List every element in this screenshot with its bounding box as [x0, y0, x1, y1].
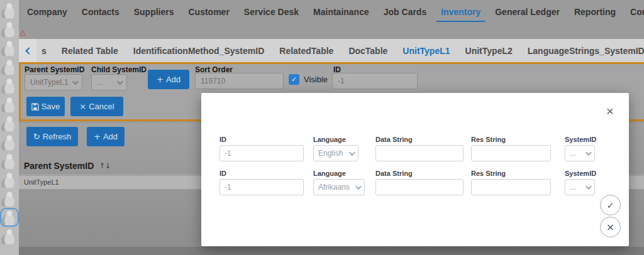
coins-icon[interactable]	[1, 115, 18, 131]
systemid-label: SystemID	[565, 170, 595, 177]
res-string-input-row1[interactable]	[471, 145, 551, 161]
app-screen: Company Contacts Suppliers Customer Serv…	[0, 0, 644, 255]
nav-item-communication[interactable]: Communication	[630, 7, 644, 17]
save-button[interactable]: Save	[26, 97, 65, 116]
language-label: Language	[313, 170, 365, 177]
related-tables-tabbar: s Related Table IdentificationMethod_Sys…	[19, 39, 644, 62]
child-systemid-value: ...	[97, 78, 103, 87]
systemid-value: ...	[570, 183, 576, 192]
x-icon: ×	[79, 102, 86, 111]
field-res-string-row2: Res String	[471, 170, 551, 195]
language-value: English	[318, 149, 343, 158]
module-sidebar	[0, 0, 19, 255]
tab-doctable[interactable]: DocTable	[348, 46, 387, 56]
field-data-string-row1: Data String	[375, 136, 464, 161]
nav-item-job-cards[interactable]: Job Cards	[384, 7, 426, 17]
parent-systemid-select[interactable]: UnitTypeL1	[25, 74, 82, 90]
nav-item-general-ledger[interactable]: General Ledger	[495, 7, 560, 17]
systemid-select-row2[interactable]: ...	[565, 179, 595, 195]
language-label: Language	[313, 136, 358, 143]
tab-unittypel1[interactable]: UnitTypeL1	[402, 46, 450, 56]
language-select-row1[interactable]: English	[313, 145, 358, 161]
nav-item-company[interactable]: Company	[27, 7, 67, 17]
tab-identificationmethod-systemid[interactable]: IdentificationMethod_SystemID	[133, 46, 264, 56]
nav-item-suppliers[interactable]: Suppliers	[134, 7, 174, 17]
field-id-row2: ID	[219, 170, 304, 195]
team-icon[interactable]	[1, 40, 18, 56]
tabs-scroll-left-button[interactable]	[19, 39, 36, 62]
column-header-label: Parent SystemID	[24, 161, 94, 171]
systemid-value: ...	[570, 149, 576, 158]
shopping-cart-icon[interactable]	[1, 2, 18, 18]
tab-languagestrings-systemid[interactable]: LanguageStrings_SystemID	[528, 46, 644, 56]
systemid-label: SystemID	[565, 136, 595, 143]
refresh-icon: ↻	[33, 133, 40, 141]
systemid-select-row1[interactable]: ...	[565, 145, 595, 161]
x-icon: ×	[606, 221, 614, 233]
data-string-input-row2[interactable]	[375, 179, 464, 195]
parent-systemid-label: Parent SystemID	[25, 65, 84, 74]
refresh-button[interactable]: ↻Refresh	[26, 127, 78, 146]
id-label: ID	[219, 170, 304, 177]
tab-relatedtable-1[interactable]: RelatedTable	[279, 46, 333, 56]
chevron-down-icon	[586, 149, 592, 156]
tab-related-table[interactable]: Related Table	[62, 46, 118, 56]
data-string-input-row1[interactable]	[375, 145, 464, 161]
dismiss-button[interactable]: ×	[600, 217, 621, 237]
add-relation-button[interactable]: +Add	[148, 70, 189, 89]
warning-triangle-icon: △	[20, 28, 25, 36]
id-input[interactable]	[332, 73, 418, 89]
nav-item-contacts[interactable]: Contacts	[82, 7, 119, 17]
job-letters-icon[interactable]	[1, 77, 18, 94]
sort-arrows-icon[interactable]: ↑↓	[99, 161, 110, 170]
inventory-module-icon[interactable]	[1, 209, 18, 225]
data-string-label: Data String	[375, 136, 464, 143]
field-data-string-row2: Data String	[375, 170, 464, 195]
nav-item-reporting[interactable]: Reporting	[574, 7, 616, 17]
chevron-down-icon	[355, 183, 362, 190]
language-strings-dialog: × ID Language English Data String Res St…	[201, 93, 629, 246]
nav-item-maintainance[interactable]: Maintainance	[313, 7, 369, 17]
language-value: Afrikaans	[318, 183, 350, 192]
language-select-row2[interactable]: Afrikaans	[313, 179, 365, 195]
nav-item-inventory[interactable]: Inventory	[441, 7, 480, 17]
top-navbar: Company Contacts Suppliers Customer Serv…	[19, 0, 644, 39]
field-systemid-row1: SystemID ...	[565, 136, 595, 161]
chevron-left-icon	[25, 47, 32, 54]
child-systemid-select[interactable]: ...	[91, 74, 127, 90]
data-string-label: Data String	[375, 170, 464, 177]
plus-icon: +	[94, 133, 101, 141]
id-input-row2[interactable]	[219, 179, 304, 195]
field-id-row1: ID	[219, 136, 304, 161]
res-string-label: Res String	[471, 136, 551, 143]
tab-unittypel2[interactable]: UnitTypeL2	[465, 46, 513, 56]
email-at-icon[interactable]	[1, 190, 18, 207]
visible-checkbox[interactable]: ✓	[289, 74, 299, 85]
close-icon[interactable]: ×	[606, 104, 614, 117]
sort-order-input[interactable]	[195, 73, 284, 89]
nav-item-service-desk[interactable]: Service Desk	[244, 7, 299, 17]
tailor-icon[interactable]	[1, 171, 18, 188]
field-language-row2: Language Afrikaans	[313, 170, 365, 195]
save-icon	[31, 103, 39, 111]
animal-cart-icon[interactable]	[1, 21, 18, 37]
workstation-icon[interactable]	[1, 58, 18, 75]
tab-clipped[interactable]: s	[42, 46, 47, 56]
add-row-button[interactable]: +Add	[87, 127, 125, 146]
timer-icon[interactable]	[1, 228, 18, 244]
gauge-icon[interactable]	[1, 153, 18, 169]
confirm-button[interactable]: ✓	[600, 195, 621, 215]
ledger-books-icon[interactable]	[1, 134, 18, 150]
technician-icon[interactable]	[1, 96, 18, 112]
visible-label: Visible	[304, 75, 328, 84]
nav-menu: Company Contacts Suppliers Customer Serv…	[19, 0, 644, 17]
column-header-parent-systemid[interactable]: Parent SystemID ↑↓	[24, 161, 110, 171]
chevron-down-icon	[586, 183, 592, 190]
bottom-edge	[19, 247, 644, 255]
nav-item-customer[interactable]: Customer	[189, 7, 230, 17]
res-string-input-row2[interactable]	[471, 179, 551, 195]
cancel-button[interactable]: ×Cancel	[70, 97, 123, 116]
check-icon: ✓	[291, 75, 297, 84]
id-input-row1[interactable]	[219, 145, 304, 161]
res-string-label: Res String	[471, 170, 551, 177]
